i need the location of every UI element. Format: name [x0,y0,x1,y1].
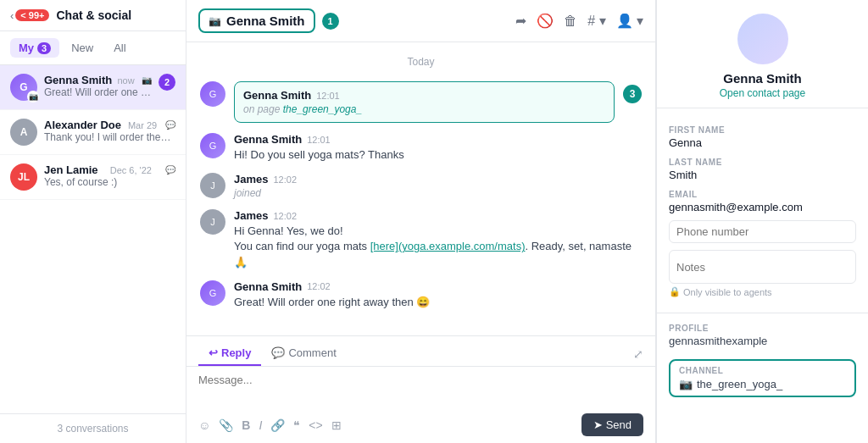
emoji-button[interactable]: ☺ [198,418,210,432]
chat-header: 📷 Genna Smith 1 ➦ 🚫 🗑 # ▾ 👤 ▾ [186,0,655,42]
avatar-initial: G [19,81,27,93]
forward-button[interactable]: ➦ [515,13,526,29]
channel-name: the_green_yoga_ [697,378,782,390]
expand-button[interactable]: ⤢ [633,341,643,366]
message-group: G Genna Smith 12:01 on page the_green_yo… [200,81,642,123]
reply-label: Reply [221,346,251,359]
tab-my[interactable]: My 3 [10,38,59,58]
attachment-button[interactable]: 📎 [219,418,233,432]
instagram-icon: 📷 [679,378,693,390]
italic-button[interactable]: I [259,418,262,432]
email-value: gennasmith@example.com [669,201,856,213]
avatar: A [10,119,37,146]
reply-tabs: ↩ Reply 💬 Comment ⤢ [186,336,655,367]
avatar: G 📷 [10,74,37,101]
sidebar: ‹ < 99+ Chat & social My 3 New All G 📷 G… [0,0,186,443]
msg-name-row: Genna Smith 12:01 [234,133,642,146]
msg-name-row: James 12:02 [234,209,642,222]
conversation-list: G 📷 Genna Smith now 📷 Great! Will order … [0,65,186,413]
tab-new-label: New [71,42,93,54]
assign-button[interactable]: 👤 ▾ [616,13,643,29]
msg-name-row: James 12:02 [234,173,642,186]
message-body: Genna Smith 12:01 Hi! Do you sell yoga m… [234,133,642,163]
conv-name: Alexander Doe [44,119,121,131]
msg-name-row: Genna Smith 12:02 [234,280,642,293]
msg-text: Hi! Do you sell yoga mats? Thanks [234,147,642,163]
bold-button[interactable]: B [242,418,250,432]
delete-button[interactable]: 🗑 [564,14,577,29]
notification-badge: < 99+ [15,9,49,21]
conv-name-row: Genna Smith now 📷 [44,74,152,86]
tab-reply[interactable]: ↩ Reply [198,341,261,366]
tab-comment[interactable]: 💬 Comment [261,341,346,366]
msg-sender: Genna Smith [234,280,302,293]
tab-new[interactable]: New [63,38,102,58]
message-input[interactable] [198,374,643,401]
block-button[interactable]: 🚫 [537,13,554,29]
page-link[interactable]: the_green_yoga_ [283,103,362,115]
sidebar-header: ‹ < 99+ Chat & social [0,0,186,31]
profile-value: gennasmithexample [669,335,856,347]
back-button[interactable]: ‹ < 99+ [10,9,49,22]
msg-sender: Genna Smith [243,89,311,102]
step-badge-3: 3 [623,85,642,103]
list-item[interactable]: JL Jen Lamie Dec 6, '22 💬 Yes, of course… [0,155,186,200]
comment-label: Comment [288,346,336,359]
conv-preview: Great! Will order one right a... [44,86,152,98]
channel-value: 📷 the_green_yoga_ [679,378,846,390]
conversation-content: Alexander Doe Mar 29 💬 Thank you! I will… [44,119,175,143]
notes-input[interactable] [669,250,856,284]
conv-time: Dec 6, '22 [110,165,152,175]
chat-contact-name: Genna Smith [226,14,305,28]
conv-time: now [118,75,135,86]
chat-messages: Today G Genna Smith 12:01 on page the_gr… [186,42,655,335]
instagram-icon: 📷 [209,15,221,27]
msg-name-row: Genna Smith 12:01 [243,89,605,102]
conv-time: Mar 29 [128,120,157,130]
contact-fields: FIRST NAME Genna LAST NAME Smith EMAIL g… [657,108,868,306]
sidebar-title: Chat & social [56,8,131,22]
message-body: James 12:02 Hi Genna! Yes, we do!You can… [234,209,642,270]
header-actions: ➦ 🚫 🗑 # ▾ 👤 ▾ [515,13,643,29]
msg-time: 12:02 [307,281,331,291]
list-item[interactable]: A Alexander Doe Mar 29 💬 Thank you! I wi… [0,110,186,155]
conversations-footer: 3 conversations [0,413,186,443]
notes-visibility-text: Only visible to agents [683,287,772,297]
send-button[interactable]: ➤ Send [581,413,643,436]
conversation-content: Jen Lamie Dec 6, '22 💬 Yes, of course :) [44,163,175,188]
channel-label: CHANNEL [679,366,846,375]
profile-label: PROFILE [669,324,856,333]
first-name-label: FIRST NAME [669,125,856,135]
tag-button[interactable]: # ▾ [587,13,605,29]
send-icon: ➤ [593,418,603,431]
quote-button[interactable]: ❝ [293,418,300,432]
avatar: J [200,173,225,198]
msg-sub: joined [234,187,642,199]
tab-all[interactable]: All [105,38,134,58]
msg-sender: James [234,173,268,186]
msg-time: 12:01 [316,91,340,101]
conv-name-row: Alexander Doe Mar 29 💬 [44,119,175,131]
conversation-content: Genna Smith now 📷 Great! Will order one … [44,74,152,98]
link-button[interactable]: 🔗 [270,418,285,432]
message-group: J James 12:02 joined [200,173,642,199]
avatar: G [200,280,225,306]
conv-name: Jen Lamie [44,163,98,176]
last-name-value: Smith [669,169,856,181]
open-contact-link[interactable]: Open contact page [720,87,805,99]
contact-avatar [737,14,788,64]
message-body: Genna Smith 12:02 Great! Will order one … [234,280,642,310]
code-button[interactable]: <> [309,418,322,432]
phone-input[interactable] [669,220,856,243]
reply-area: ↩ Reply 💬 Comment ⤢ ☺ 📎 B I 🔗 ❝ <> ⊞ ➤ S… [186,335,655,443]
tab-all-label: All [114,42,125,54]
back-icon: ‹ [10,9,14,22]
lock-icon: 🔒 [669,286,681,297]
conv-preview: Yes, of course :) [44,176,175,188]
yoga-link[interactable]: [here](yoga.example.com/mats) [370,240,526,252]
more-button[interactable]: ⊞ [331,418,342,432]
avatar: G [200,81,225,107]
conv-name: Genna Smith [44,74,112,86]
sidebar-tabs: My 3 New All [0,31,186,65]
list-item[interactable]: G 📷 Genna Smith now 📷 Great! Will order … [0,65,186,110]
